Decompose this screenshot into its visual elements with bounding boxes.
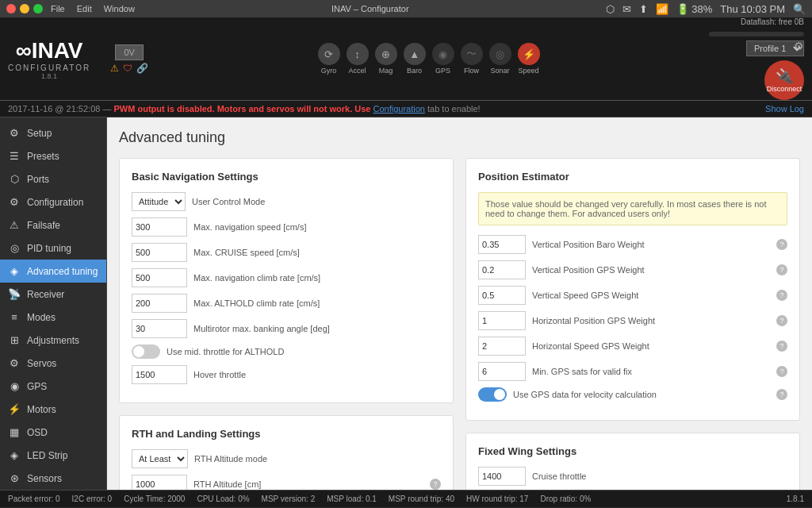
title-bar: File Edit Window INAV – Configurator ⬡ ✉… <box>0 0 812 17</box>
toolbar: ∞INAV CONFIGURATOR 1.8.1 0V ⚠ 🛡 🔗 ⟳ Gyro… <box>0 17 812 101</box>
mid-throttle-label: Use mid. throttle for ALTHOLD <box>167 347 441 356</box>
close-button[interactable] <box>6 4 16 13</box>
rth-altitude-mode-label: RTH Altitude mode <box>194 454 441 464</box>
disconnect-button[interactable]: 🔌 Disconnect <box>764 60 804 100</box>
gps-sidebar-icon: ◉ <box>8 380 21 392</box>
hover-throttle-input[interactable] <box>132 365 187 384</box>
rth-panel: RTH and Landing Settings At Least Fixed … <box>119 415 454 490</box>
cruise-throttle-label: Cruise throttle <box>532 471 787 481</box>
max-cruise-speed-input[interactable] <box>132 243 187 262</box>
max-nav-speed-input[interactable] <box>132 217 187 237</box>
mid-throttle-toggle[interactable] <box>132 344 160 359</box>
setup-label: Setup <box>27 128 52 139</box>
vert-pos-gps-input[interactable] <box>478 260 526 279</box>
sidebar-item-ports[interactable]: ⬡ Ports <box>0 167 106 190</box>
link-icon: 🔗 <box>136 63 148 74</box>
settings-icon[interactable]: ⚙ <box>794 40 804 52</box>
pid-icon: ◎ <box>8 242 21 254</box>
sidebar-item-osd[interactable]: ▦ OSD <box>0 421 106 444</box>
use-gps-help[interactable]: ? <box>776 389 787 400</box>
vert-speed-gps-label: Vertical Speed GPS Weight <box>532 291 770 300</box>
max-bank-label: Multirotor max. banking angle [deg] <box>193 324 441 333</box>
toolbar-icon-1: ⬡ <box>606 3 615 15</box>
show-log-button[interactable]: Show Log <box>765 104 804 114</box>
user-control-mode-label: User Control Mode <box>192 197 441 206</box>
max-nav-climb-input[interactable] <box>132 268 187 287</box>
sensor-gyro: ⟳ Gyro <box>318 43 340 75</box>
sidebar-item-sensors[interactable]: ⊛ Sensors <box>0 467 106 490</box>
maximize-button[interactable] <box>33 4 43 13</box>
vert-speed-gps-help[interactable]: ? <box>776 290 787 301</box>
rth-altitude-mode-select[interactable]: At Least Fixed <box>132 449 188 468</box>
sidebar-item-presets[interactable]: ☰ Presets <box>0 144 106 167</box>
menu-item-file[interactable]: File <box>51 4 65 13</box>
horiz-pos-gps-row: Horizontal Position GPS Weight ? <box>478 311 787 330</box>
adjustments-label: Adjustments <box>27 335 79 346</box>
user-control-mode-select[interactable]: Attitude Cruise <box>132 192 186 211</box>
page-title: Advanced tuning <box>119 129 800 146</box>
sidebar-item-adjustments[interactable]: ⊞ Adjustments <box>0 329 106 352</box>
horiz-pos-gps-help[interactable]: ? <box>776 315 787 326</box>
sidebar-item-motors[interactable]: ⚡ Motors <box>0 398 106 421</box>
sensor-sonar: ◎ Sonar <box>489 43 511 75</box>
configuration-link[interactable]: Configuration <box>373 104 425 114</box>
vert-pos-baro-row: Vertical Position Baro Weight ? <box>478 235 787 254</box>
gyro-icon: ⟳ <box>318 43 340 65</box>
sidebar-item-advanced-tuning[interactable]: ◈ Advanced tuning <box>0 260 106 283</box>
led-icon: ◈ <box>8 449 21 461</box>
vert-pos-gps-help[interactable]: ? <box>776 264 787 275</box>
basic-nav-title: Basic Navigation Settings <box>132 171 441 183</box>
use-gps-toggle[interactable] <box>478 387 507 402</box>
ports-icon: ⬡ <box>8 173 21 185</box>
menu-item-edit[interactable]: Edit <box>77 4 92 13</box>
warning-bar: 2017-11-16 @ 21:52:08 — PWM output is di… <box>0 101 812 117</box>
max-nav-speed-label: Max. navigation speed [cm/s] <box>193 222 441 232</box>
sidebar-item-led-strip[interactable]: ◈ LED Strip <box>0 444 106 467</box>
vert-pos-baro-input[interactable] <box>478 235 526 254</box>
search-icon[interactable]: 🔍 <box>793 3 806 15</box>
cruise-throttle-input[interactable] <box>478 467 526 486</box>
fixed-wing-title: Fixed Wing Settings <box>478 445 787 457</box>
left-col: Basic Navigation Settings Attitude Cruis… <box>119 158 454 490</box>
min-gps-sats-help[interactable]: ? <box>776 366 787 377</box>
vert-pos-baro-help[interactable]: ? <box>776 239 787 250</box>
sidebar-item-modes[interactable]: ≡ Modes <box>0 306 106 329</box>
horiz-speed-gps-help[interactable]: ? <box>776 341 787 352</box>
rth-altitude-help[interactable]: ? <box>430 479 441 490</box>
baro-icon: ▲ <box>404 43 426 65</box>
gyro-label: Gyro <box>321 67 337 75</box>
max-althold-climb-input[interactable] <box>132 294 187 313</box>
hover-throttle-label: Hover throttle <box>193 370 441 379</box>
drop-ratio: Drop ratio: 0% <box>540 495 591 503</box>
msp-version: MSP version: 2 <box>262 495 316 503</box>
sidebar-item-setup[interactable]: ⚙ Setup <box>0 121 106 144</box>
packet-error: Packet error: 0 <box>8 495 60 503</box>
sidebar-item-gps[interactable]: ◉ GPS <box>0 375 106 398</box>
sidebar-item-servos[interactable]: ⚙ Servos <box>0 352 106 375</box>
horiz-speed-gps-label: Horizontal Speed GPS Weight <box>532 341 770 351</box>
use-gps-label: Use GPS data for velocity calculation <box>513 390 770 399</box>
flow-label: Flow <box>464 67 479 75</box>
sensor-group: ⟳ Gyro ↕ Accel ⊕ Mag ▲ Baro ◉ GPS 〜 Flow… <box>156 43 701 75</box>
content-area: Advanced tuning Basic Navigation Setting… <box>107 117 812 490</box>
sidebar-item-failsafe[interactable]: ⚠ Failsafe <box>0 214 106 237</box>
menu-item-window[interactable]: Window <box>104 4 135 13</box>
min-gps-sats-input[interactable] <box>478 362 526 381</box>
setup-icon: ⚙ <box>8 127 21 139</box>
min-gps-sats-label: Min. GPS sats for valid fix <box>532 367 770 376</box>
rth-title: RTH and Landing Settings <box>132 428 441 440</box>
max-bank-input[interactable] <box>132 319 187 338</box>
sidebar-item-receiver[interactable]: 📡 Receiver <box>0 283 106 306</box>
vert-speed-gps-input[interactable] <box>478 286 526 305</box>
horiz-pos-gps-input[interactable] <box>478 311 526 330</box>
sidebar-item-pid-tuning[interactable]: ◎ PID tuning <box>0 237 106 260</box>
sidebar-item-configuration[interactable]: ⚙ Configuration <box>0 190 106 214</box>
horiz-speed-gps-input[interactable] <box>478 337 526 356</box>
advanced-icon: ◈ <box>8 265 21 277</box>
cycle-time: Cycle Time: 2000 <box>124 495 185 503</box>
rth-altitude-input[interactable] <box>132 475 187 490</box>
hover-throttle-row: Hover throttle <box>132 365 441 384</box>
osd-label: OSD <box>27 427 48 438</box>
cpu-load: CPU Load: 0% <box>197 495 249 503</box>
minimize-button[interactable] <box>20 4 29 13</box>
